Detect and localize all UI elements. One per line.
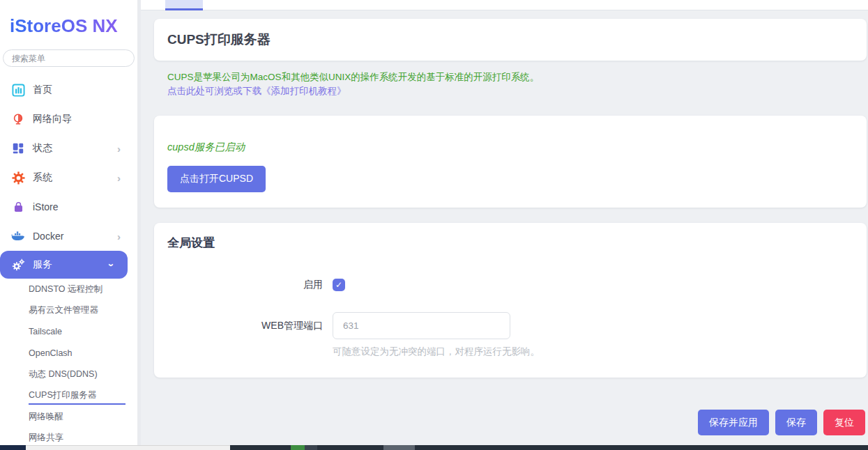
sidebar-item-home[interactable]: 首页 <box>0 75 137 104</box>
sidebar-item-network-wizard[interactable]: 网络向导 <box>0 104 137 134</box>
enable-label: 启用 <box>167 279 323 291</box>
title-card: CUPS打印服务器 <box>154 19 867 61</box>
services-gears-icon <box>11 258 25 272</box>
service-status-text: cupsd服务已启动 <box>167 141 851 154</box>
tab-cups-active[interactable] <box>165 0 203 10</box>
gear-icon <box>11 171 25 185</box>
port-hint: 可随意设定为无冲突的端口，对程序运行无影响。 <box>333 346 851 358</box>
bottom-taskbar-strip <box>0 445 868 450</box>
submenu-item-tailscale[interactable]: Tailscale <box>0 321 137 343</box>
taskbar-segment <box>291 445 305 450</box>
tutorial-link[interactable]: 点击此处可浏览或下载《添加打印机教程》 <box>167 84 347 98</box>
sidebar-item-docker[interactable]: Docker › <box>0 222 137 251</box>
sidebar-item-status[interactable]: 状态 › <box>0 134 137 163</box>
sidebar-menu: 首页 网络向导 状态 › 系统 › <box>0 75 137 279</box>
submenu-label: Tailscale <box>29 327 62 336</box>
submenu-item-ddnsto[interactable]: DDNSTO 远程控制 <box>0 279 137 300</box>
description-block: CUPS是苹果公司为MacOS和其他类似UNIX的操作系统开发的基于标准的开源打… <box>167 70 868 98</box>
port-input[interactable] <box>333 312 510 339</box>
save-button[interactable]: 保存 <box>775 410 817 435</box>
sidebar-item-system[interactable]: 系统 › <box>0 163 137 192</box>
submenu-label: 动态 DNS(DDNS) <box>29 368 98 380</box>
enable-checkbox[interactable]: ✓ <box>333 279 345 291</box>
sidebar-item-istore[interactable]: iStore <box>0 192 137 222</box>
sidebar-item-label: Docker <box>33 231 63 242</box>
sidebar: iStoreOS NX 首页 网络向导 状态 <box>0 0 137 450</box>
port-label: WEB管理端口 <box>167 320 323 332</box>
submenu-label: 易有云文件管理器 <box>29 304 98 316</box>
page-title: CUPS打印服务器 <box>154 19 867 61</box>
chevron-down-icon: › <box>106 263 118 267</box>
submenu-item-wol[interactable]: 网络唤醒 <box>0 406 137 428</box>
sidebar-item-label: 服务 <box>33 258 52 271</box>
submenu-item-ddns[interactable]: 动态 DNS(DDNS) <box>0 364 137 385</box>
submenu-label: 网络唤醒 <box>29 411 63 423</box>
sidebar-item-label: iStore <box>33 201 59 212</box>
app-window: iStoreOS NX 首页 网络向导 状态 <box>0 0 868 450</box>
globe-icon <box>11 112 25 126</box>
description-text: CUPS是苹果公司为MacOS和其他类似UNIX的操作系统开发的基于标准的开源打… <box>167 70 868 84</box>
sidebar-item-label: 网络向导 <box>33 113 72 125</box>
docker-whale-icon <box>11 229 25 243</box>
taskbar-segment <box>383 445 415 450</box>
save-apply-button[interactable]: 保存并应用 <box>698 410 769 435</box>
tab-bar <box>141 0 868 10</box>
status-grid-icon <box>11 141 25 155</box>
settings-form: 启用 ✓ WEB管理端口 可随意设定为无冲突的端口，对程序运行无影响。 <box>167 279 851 358</box>
submenu-label: OpenClash <box>29 348 73 358</box>
submenu-label: CUPS打印服务器 <box>29 389 96 401</box>
store-bag-icon <box>11 200 25 214</box>
submenu-item-openclash[interactable]: OpenClash <box>0 343 137 364</box>
settings-title: 全局设置 <box>167 234 851 252</box>
services-submenu: DDNSTO 远程控制 易有云文件管理器 Tailscale OpenClash… <box>0 279 137 449</box>
taskbar-segment <box>230 445 868 450</box>
submenu-item-yiyoucloud[interactable]: 易有云文件管理器 <box>0 300 137 322</box>
sidebar-item-label: 首页 <box>33 84 52 96</box>
chevron-right-icon: › <box>117 143 121 155</box>
dashboard-icon <box>11 83 25 97</box>
reset-button[interactable]: 复位 <box>823 410 865 435</box>
service-status-card: cupsd服务已启动 点击打开CUPSD <box>154 116 867 208</box>
main-content: CUPS打印服务器 CUPS是苹果公司为MacOS和其他类似UNIX的操作系统开… <box>141 0 868 450</box>
taskbar-segment <box>26 445 230 450</box>
global-settings-card: 全局设置 启用 ✓ WEB管理端口 可随意设定为无冲突的端口，对程序运行无影响。 <box>154 223 867 378</box>
chevron-right-icon: › <box>117 231 121 242</box>
chevron-right-icon: › <box>117 172 121 184</box>
sidebar-item-label: 系统 <box>33 171 52 184</box>
taskbar-segment <box>305 445 317 450</box>
open-cupsd-button[interactable]: 点击打开CUPSD <box>167 166 266 192</box>
sidebar-item-label: 状态 <box>33 142 52 155</box>
submenu-label: 网络共享 <box>29 432 63 444</box>
taskbar-segment <box>0 445 26 450</box>
submenu-label: DDNSTO 远程控制 <box>29 284 102 295</box>
submenu-item-cups[interactable]: CUPS打印服务器 <box>0 385 137 407</box>
action-buttons: 保存并应用 保存 复位 <box>141 410 865 435</box>
sidebar-item-services[interactable]: 服务 › <box>0 251 128 279</box>
search-input[interactable] <box>3 49 135 67</box>
app-logo: iStoreOS NX <box>10 15 137 37</box>
